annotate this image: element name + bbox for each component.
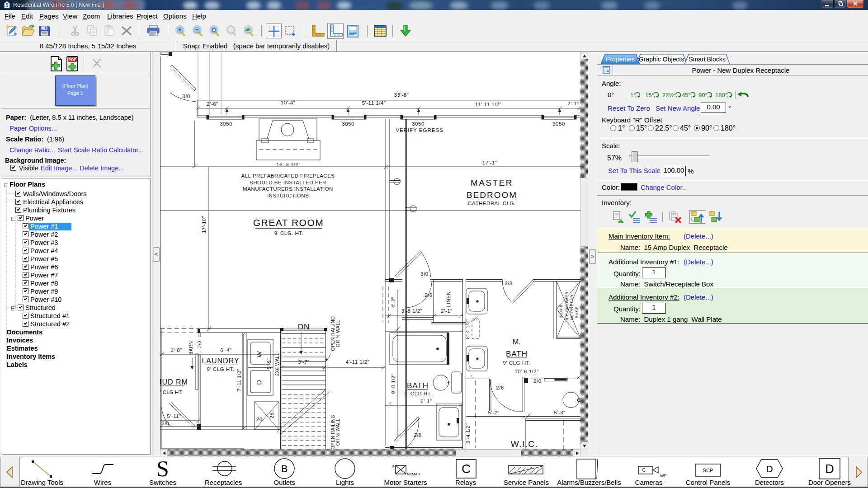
svg-text:OR ½ WALL: OR ½ WALL: [335, 418, 340, 446]
svg-text:2'-11 1: 2'-11 1: [567, 101, 580, 106]
svg-text:MANUFACTURERS INSTALLATION: MANUFACTURERS INSTALLATION: [243, 186, 333, 192]
svg-text:2/8: 2/8: [414, 432, 422, 438]
svg-text:2X6 WALL: 2X6 WALL: [275, 352, 280, 375]
svg-text:17'-10": 17'-10": [201, 216, 207, 233]
svg-text:D: D: [825, 462, 834, 476]
svg-text:5'-3": 5'-3": [554, 410, 565, 415]
svg-text:OPEN RAILING: OPEN RAILING: [330, 316, 335, 351]
svg-text:LAUNDRY: LAUNDRY: [202, 357, 239, 365]
svg-text:20': 20': [256, 417, 264, 422]
svg-text:MASTER: MASTER: [471, 178, 513, 188]
svg-text:NEMA 1: NEMA 1: [407, 472, 420, 476]
svg-text:9'-4 1/2": 9'-4 1/2": [465, 423, 471, 444]
svg-text:2/6: 2/6: [496, 385, 504, 390]
svg-text:TILE SHOWER: TILE SHOWER: [564, 291, 569, 324]
svg-text:9' CLG HT.: 9' CLG HT.: [405, 391, 432, 396]
svg-text:9' CLG. HT.: 9' CLG. HT.: [274, 230, 304, 236]
svg-text:16'-3 1/2": 16'-3 1/2": [276, 162, 300, 167]
svg-text:3050: 3050: [412, 121, 425, 127]
svg-text:W.I.C.: W.I.C.: [511, 439, 538, 449]
svg-text:LINEN: LINEN: [446, 291, 451, 307]
svg-text:6'-1": 6'-1": [420, 399, 432, 404]
svg-text:CATHEDRAL CLG.: CATHEDRAL CLG.: [468, 201, 515, 206]
svg-text:5: 5: [6, 3, 9, 8]
svg-text:10'-4": 10'-4": [281, 100, 295, 105]
svg-text:11'-11 1/2": 11'-11 1/2": [475, 102, 502, 107]
svg-text:ALL PREFABRICATED FIREPLACES: ALL PREFABRICATED FIREPLACES: [241, 173, 335, 178]
svg-text:INSTURCTIONS: INSTURCTIONS: [267, 193, 309, 198]
svg-text:2/6: 2/6: [425, 292, 433, 298]
svg-text:D: D: [255, 380, 263, 385]
svg-text:9'-0 1/2": 9'-0 1/2": [391, 374, 396, 394]
svg-text:25': 25': [269, 411, 274, 418]
svg-text:C: C: [462, 462, 471, 476]
svg-text:3/0: 3/0: [197, 341, 202, 347]
svg-text:S: S: [156, 456, 169, 481]
svg-text:BATH: BATH: [506, 350, 528, 358]
svg-text:C: C: [642, 468, 645, 473]
svg-text:9' CLG HT.: 9' CLG HT.: [160, 389, 183, 395]
svg-text:9' CLG HT.: 9' CLG HT.: [503, 360, 531, 366]
svg-text:4'-2": 4'-2": [391, 297, 396, 308]
svg-text:F: F: [392, 465, 395, 469]
svg-text:17'-1": 17'-1": [482, 160, 497, 165]
svg-text:2/0: 2/0: [533, 378, 542, 384]
svg-text:33'-8": 33'-8": [394, 92, 409, 98]
svg-text:3'-8 1/2": 3'-8 1/2": [401, 308, 423, 314]
svg-text:3'-7": 3'-7": [298, 359, 309, 365]
svg-text:W: W: [255, 351, 263, 357]
svg-text:2'-1": 2'-1": [441, 308, 452, 314]
svg-text:5'-9": 5'-9": [266, 358, 272, 369]
svg-text:PDF: PDF: [69, 57, 76, 62]
svg-text:SHOULD BE INSTALLED PER: SHOULD BE INSTALLED PER: [250, 180, 326, 185]
svg-text:3050: 3050: [552, 121, 565, 127]
svg-text:2/8: 2/8: [505, 281, 513, 286]
svg-text:2'-6": 2'-6": [207, 101, 218, 107]
svg-text:Properties: Properties: [606, 56, 635, 63]
svg-text:GREAT ROOM: GREAT ROOM: [253, 217, 324, 228]
svg-text:4'-11 1/2": 4'-11 1/2": [346, 359, 370, 365]
svg-text:36X60: 36X60: [558, 305, 563, 318]
svg-text:5'-11": 5'-11": [167, 413, 181, 419]
svg-text:BARN: BARN: [189, 341, 193, 355]
svg-text:9' CLG HT.: 9' CLG HT.: [207, 366, 235, 372]
svg-text:3'-8": 3'-8": [170, 347, 182, 353]
svg-text:6'-4": 6'-4": [220, 347, 231, 353]
svg-text:D: D: [766, 464, 773, 474]
svg-text:3/0: 3/0: [182, 94, 190, 99]
svg-text:DN: DN: [298, 323, 310, 331]
svg-text:MUD RM: MUD RM: [160, 378, 188, 386]
svg-text:Graphic Objects: Graphic Objects: [639, 56, 684, 63]
svg-text:SCP: SCP: [703, 468, 713, 473]
svg-text:BASE: BASE: [574, 306, 579, 318]
svg-text:3050: 3050: [220, 121, 232, 127]
svg-text:OPEN RAILING: OPEN RAILING: [330, 414, 335, 449]
svg-text:B: B: [281, 463, 288, 474]
svg-text:BEDROOM: BEDROOM: [467, 190, 517, 200]
svg-text:3/0: 3/0: [420, 271, 429, 277]
svg-text:BATH: BATH: [407, 381, 429, 390]
svg-text:7'-11 1/2": 7'-11 1/2": [236, 369, 242, 392]
svg-text:OR ½ WALL: OR ½ WALL: [335, 320, 340, 347]
svg-text:M.: M.: [513, 338, 521, 346]
svg-text:Smart Blocks: Smart Blocks: [689, 56, 725, 63]
svg-text:5'-11 1/4": 5'-11 1/4": [362, 100, 386, 106]
svg-text:VERIFY EGRESS: VERIFY EGRESS: [396, 127, 443, 133]
svg-text:5'-2": 5'-2": [488, 410, 499, 415]
svg-text:W/ PREFAB: W/ PREFAB: [569, 295, 574, 320]
svg-text:3/0: 3/0: [161, 421, 170, 426]
svg-text:8'-4 1/2": 8'-4 1/2": [465, 319, 470, 339]
svg-text:WP: WP: [660, 474, 667, 478]
svg-text:3050: 3050: [342, 121, 354, 127]
svg-text:10'-6 1/2": 10'-6 1/2": [514, 369, 538, 374]
